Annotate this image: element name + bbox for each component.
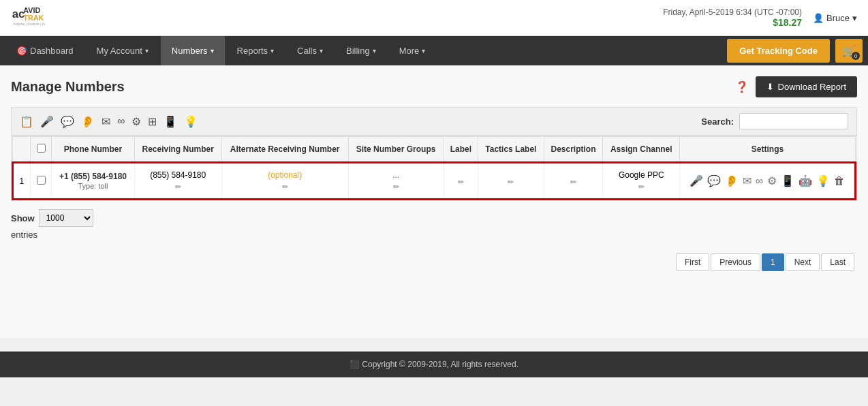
toolbar-ear-icon[interactable]: 👂 — [81, 115, 95, 128]
col-description: Description — [544, 137, 603, 163]
toolbar-icons: 📋 🎤 💬 👂 ✉ ∞ ⚙ ⊞ 📱 💡 — [20, 115, 198, 128]
pagination-current[interactable]: 1 — [762, 253, 784, 271]
pagination-previous[interactable]: Previous — [711, 253, 760, 271]
row-label: ✏ — [444, 163, 478, 200]
cart-badge: 0 — [852, 52, 860, 60]
tactics-edit-icon[interactable]: ✏ — [484, 178, 538, 187]
row-receiving: (855) 584-9180 ✏ — [134, 163, 221, 200]
pagination-next[interactable]: Next — [786, 253, 820, 271]
channel-text: Google PPC — [619, 170, 664, 180]
nav-numbers[interactable]: Numbers ▾ — [161, 36, 225, 65]
top-right: Friday, April-5-2019 6:34 (UTC -07:00) $… — [663, 7, 857, 28]
toolbar-email-icon[interactable]: ✉ — [102, 115, 110, 128]
download-label: Download Report — [778, 82, 846, 92]
get-tracking-button[interactable]: Get Tracking Code — [727, 39, 830, 63]
col-settings: Settings — [680, 137, 856, 163]
table-row: 1 +1 (855) 584-9180 Type: toll (855) 584… — [13, 163, 856, 200]
nav-right: Get Tracking Code 🛒 0 — [727, 39, 863, 63]
settings-mic-icon[interactable]: 🎤 — [689, 174, 703, 187]
top-bar: ac AVID TRAK Acquire | Analyze | Act Fri… — [0, 0, 868, 36]
search-input[interactable] — [739, 113, 848, 129]
row-checkbox-cell — [30, 163, 51, 200]
datetime-area: Friday, April-5-2019 6:34 (UTC -07:00) $… — [663, 7, 802, 28]
entries-label: entries — [11, 230, 857, 240]
reports-caret: ▾ — [270, 47, 274, 54]
calls-caret: ▾ — [320, 47, 323, 54]
receiving-number: (855) 584-9180 — [150, 170, 206, 180]
settings-bot-icon[interactable]: 🤖 — [799, 174, 812, 187]
nav-more-label: More — [399, 46, 420, 56]
pagination-last[interactable]: Last — [821, 253, 854, 271]
page-title: Manage Numbers — [11, 79, 125, 95]
pagination-first[interactable]: First — [676, 253, 709, 271]
toolbar-grid-icon[interactable]: ⊞ — [148, 115, 157, 128]
settings-ear-icon[interactable]: 👂 — [725, 174, 739, 187]
download-report-button[interactable]: ⬇ Download Report — [756, 76, 857, 97]
settings-bulb-icon[interactable]: 💡 — [816, 174, 830, 187]
footer-copyright: Copyright © 2009-2019, All rights reserv… — [362, 360, 518, 369]
main-content: Manage Numbers ❓ ⬇ Download Report 📋 🎤 💬… — [0, 65, 868, 338]
site-groups-text: ... — [392, 170, 399, 180]
col-num — [13, 137, 31, 163]
numbers-table: Phone Number Receiving Number Alternate … — [12, 136, 856, 200]
settings-icons-container: 🎤 💬 👂 ✉ ∞ ⚙ 📱 🤖 💡 🗑 — [685, 174, 849, 187]
settings-chat-icon[interactable]: 💬 — [707, 174, 721, 187]
user-menu[interactable]: 👤 Bruce ▾ — [813, 13, 857, 23]
toolbar-chat-icon[interactable]: 💬 — [61, 115, 74, 128]
row-description: ✏ — [544, 163, 603, 200]
myaccount-caret: ▾ — [145, 47, 149, 54]
col-checkbox — [30, 137, 51, 163]
col-channel: Assign Channel — [603, 137, 680, 163]
svg-text:Acquire | Analyze | Act: Acquire | Analyze | Act — [13, 22, 45, 26]
settings-phone2-icon[interactable]: 📱 — [781, 174, 794, 187]
nav-billing[interactable]: Billing ▾ — [335, 36, 387, 65]
nav-billing-label: Billing — [346, 46, 370, 56]
show-row: Show 10 25 50 100 1000 — [11, 209, 857, 227]
channel-edit-icon[interactable]: ✏ — [608, 183, 674, 191]
row-site-groups: ... ✏ — [348, 163, 444, 200]
dashboard-icon: 🎯 — [16, 46, 27, 56]
nav-numbers-label: Numbers — [172, 46, 208, 56]
row-num: 1 — [13, 163, 31, 200]
nav-calls[interactable]: Calls ▾ — [286, 36, 334, 65]
site-edit-icon[interactable]: ✏ — [354, 183, 438, 191]
nav-more[interactable]: More ▾ — [388, 36, 437, 65]
cart-button[interactable]: 🛒 0 — [835, 39, 863, 63]
label-edit-icon[interactable]: ✏ — [450, 178, 473, 187]
alternate-optional: (optional) — [268, 170, 302, 180]
balance-text: $18.27 — [773, 17, 802, 28]
toolbar-bulb-icon[interactable]: 💡 — [184, 115, 198, 128]
row-checkbox[interactable] — [37, 176, 46, 185]
toolbar-gear-icon[interactable]: ⚙ — [131, 115, 141, 128]
numbers-caret: ▾ — [211, 47, 214, 54]
nav-reports[interactable]: Reports ▾ — [226, 36, 285, 65]
row-phone: +1 (855) 584-9180 Type: toll — [52, 163, 134, 200]
footer: ⬛ Copyright © 2009-2019, All rights rese… — [0, 352, 868, 377]
col-site-groups: Site Number Groups — [348, 137, 444, 163]
nav-dashboard-label: Dashboard — [30, 46, 74, 56]
col-tactics: Tactics Label — [478, 137, 544, 163]
table-header-row: Phone Number Receiving Number Alternate … — [13, 137, 856, 163]
toolbar-phone2-icon[interactable]: 📱 — [164, 115, 177, 128]
receiving-edit-icon[interactable]: ✏ — [140, 183, 216, 191]
settings-gear-icon[interactable]: ⚙ — [767, 174, 777, 187]
select-all-checkbox[interactable] — [37, 144, 46, 153]
help-icon[interactable]: ❓ — [735, 80, 749, 93]
user-caret-icon: ▾ — [852, 13, 857, 23]
alternate-edit-icon[interactable]: ✏ — [228, 183, 343, 191]
nav-myaccount-label: My Account — [97, 46, 142, 56]
toolbar-mic-icon[interactable]: 🎤 — [40, 115, 54, 128]
header-actions: ❓ ⬇ Download Report — [735, 76, 857, 97]
logo-svg: ac AVID TRAK Acquire | Analyze | Act — [11, 4, 45, 31]
toolbar-phone-icon[interactable]: 📋 — [20, 115, 33, 128]
show-select[interactable]: 10 25 50 100 1000 — [39, 209, 93, 227]
nav-dashboard[interactable]: 🎯 Dashboard — [5, 36, 84, 65]
nav-myaccount[interactable]: My Account ▾ — [86, 36, 159, 65]
settings-trash-icon[interactable]: 🗑 — [834, 175, 845, 187]
billing-caret: ▾ — [373, 47, 376, 54]
toolbar-infinity-icon[interactable]: ∞ — [117, 115, 125, 127]
description-edit-icon[interactable]: ✏ — [550, 178, 598, 187]
settings-email-icon[interactable]: ✉ — [743, 174, 751, 187]
search-label: Search: — [701, 116, 734, 127]
settings-infinity-icon[interactable]: ∞ — [756, 175, 763, 187]
